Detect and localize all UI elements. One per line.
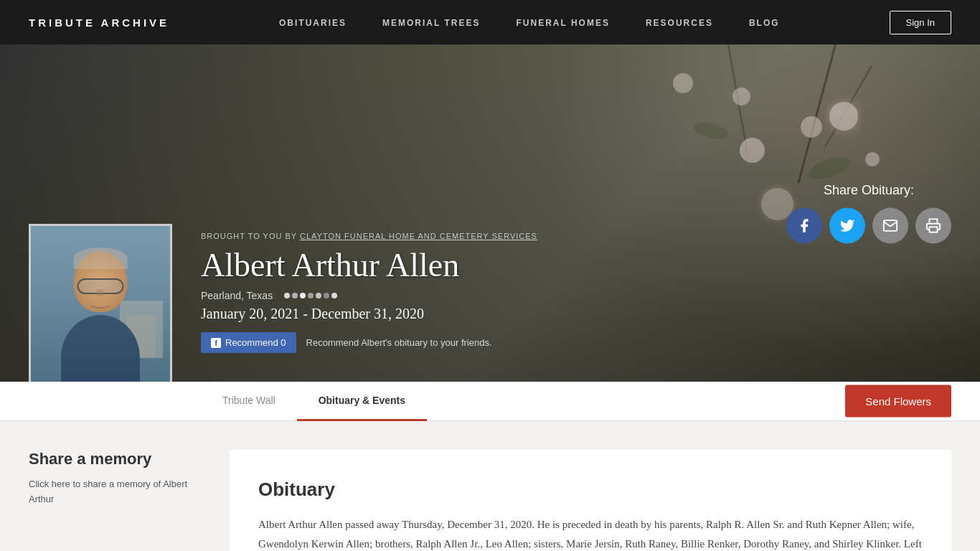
nav-resources[interactable]: RESOURCES [646,18,713,28]
sign-in-button[interactable]: Sign In [890,11,951,34]
location: Pearland, Texas [201,290,951,301]
obituary-title: Obituary [258,479,923,501]
brought-by: BROUGHT TO YOU BY CLAYTON FUNERAL HOME A… [201,232,951,240]
hero-content: BROUGHT TO YOU BY CLAYTON FUNERAL HOME A… [0,224,980,382]
recommend-button[interactable]: f Recommend 0 [201,332,296,353]
send-flowers-button[interactable]: Send Flowers [845,385,951,418]
portrait-inner [31,226,170,382]
sidebar: Share a memory Click here to share a mem… [29,450,230,551]
nav-blog[interactable]: BLOG [749,18,780,28]
recommend-label: Recommend 0 [225,337,286,348]
share-label: Share Obituary: [786,183,951,198]
hero-info: BROUGHT TO YOU BY CLAYTON FUNERAL HOME A… [201,232,951,360]
funeral-home-link[interactable]: CLAYTON FUNERAL HOME AND CEMETERY SERVIC… [300,232,537,240]
tabs-bar: Tribute Wall Obituary & Events Send Flow… [0,382,980,421]
nav-memorial-trees[interactable]: MEMORIAL TREES [382,18,480,28]
facebook-icon: f [211,338,221,348]
nav-funeral-homes[interactable]: FUNERAL HOMES [516,18,609,28]
recommend-bar: f Recommend 0 Recommend Albert's obituar… [201,332,951,353]
navigation: TRIBUTE ARCHIVE OBITUARIES MEMORIAL TREE… [0,0,980,44]
site-logo[interactable]: TRIBUTE ARCHIVE [29,17,169,29]
dates: January 20, 2021 - December 31, 2020 [201,306,951,322]
hero-section: Share Obituary: [0,44,980,382]
nav-links: OBITUARIES MEMORIAL TREES FUNERAL HOMES … [279,16,780,29]
obituary-text: Albert Arthur Allen passed away Thursday… [258,515,923,551]
brought-by-prefix: BROUGHT TO YOU BY [201,232,297,240]
tab-obituary-events[interactable]: Obituary & Events [297,382,427,421]
obituary-section: Obituary Albert Arthur Allen passed away… [230,450,951,551]
share-memory-title: Share a memory [29,450,201,468]
deceased-name: Albert Arthur Allen [201,246,951,284]
tab-tribute-wall[interactable]: Tribute Wall [201,382,297,421]
location-text: Pearland, Texas [201,290,273,301]
loading-indicator [284,293,337,298]
main-content: Share a memory Click here to share a mem… [0,421,980,551]
portrait [29,224,172,382]
nav-obituaries[interactable]: OBITUARIES [279,18,347,28]
recommend-text: Recommend Albert's obituary to your frie… [306,337,492,348]
share-memory-text: Click here to share a memory of Albert A… [29,477,201,507]
